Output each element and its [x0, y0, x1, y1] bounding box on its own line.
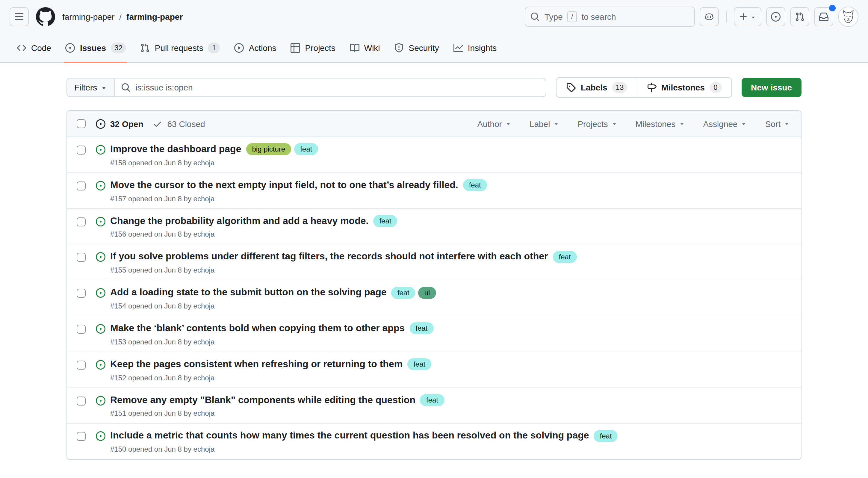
tab-wiki[interactable]: Wiki — [343, 34, 387, 62]
issue-title-link[interactable]: Add a loading state to the submit button… — [110, 286, 387, 299]
issue-label-chip[interactable]: feat — [420, 394, 444, 406]
milestones-button[interactable]: Milestones 0 — [637, 78, 731, 97]
closed-count-label: 63 Closed — [167, 119, 205, 128]
issue-meta: #153 opened on Jun 8 by echoja — [110, 338, 433, 346]
copilot-button[interactable] — [700, 7, 719, 26]
global-search-input[interactable]: Type / to search — [525, 7, 695, 27]
tab-actions[interactable]: Actions — [227, 34, 284, 62]
closed-issues-filter[interactable]: 63 Closed — [153, 119, 205, 128]
open-issue-icon — [96, 288, 105, 298]
tab-pull-requests[interactable]: Pull requests 1 — [133, 34, 227, 62]
issue-label-chip[interactable]: feat — [553, 251, 577, 263]
issue-meta: #157 opened on Jun 8 by echoja — [110, 194, 487, 203]
select-all-checkbox[interactable] — [77, 119, 86, 128]
issue-title-link[interactable]: Improve the dashboard page — [110, 143, 241, 156]
issue-title-link[interactable]: If you solve problems under different ta… — [110, 251, 548, 263]
filters-dropdown-button[interactable]: Filters — [66, 78, 115, 97]
issue-title-link[interactable]: Remove any empty "Blank" components whil… — [110, 394, 415, 407]
issue-title-link[interactable]: Move the cursor to the next empty input … — [110, 179, 458, 192]
dropdown-label: Assignee — [703, 119, 737, 128]
issue-title-link[interactable]: Change the probability algorithm and add… — [110, 215, 368, 227]
issue-checkbox[interactable] — [77, 146, 86, 155]
issue-label-chip[interactable]: feat — [392, 287, 415, 298]
tab-label: Code — [31, 43, 51, 53]
issue-checkbox[interactable] — [77, 396, 86, 405]
issue-labels: featui — [392, 287, 436, 298]
actions-icon — [235, 43, 244, 53]
dropdown-projects[interactable]: Projects — [578, 119, 617, 128]
issue-checkbox[interactable] — [77, 217, 86, 226]
tab-code[interactable]: Code — [9, 34, 58, 62]
dropdown-author[interactable]: Author — [477, 119, 512, 128]
search-placeholder-prefix: Type — [545, 12, 563, 22]
issue-row: Move the cursor to the next empty input … — [67, 173, 801, 209]
issue-checkbox[interactable] — [77, 325, 86, 333]
labels-label: Labels — [581, 83, 608, 92]
issue-labels: feat — [407, 358, 431, 370]
dropdown-label: Sort — [765, 119, 780, 128]
issue-label-chip[interactable]: big picture — [246, 144, 291, 155]
issues-search-input[interactable]: is:issue is:open — [115, 78, 547, 97]
labels-button[interactable]: Labels 13 — [557, 78, 637, 97]
tab-insights[interactable]: Insights — [446, 34, 504, 62]
issue-row: Change the probability algorithm and add… — [67, 209, 801, 245]
header-actions: Type / to search — [525, 7, 859, 27]
issue-label-chip[interactable]: feat — [373, 215, 397, 227]
user-avatar[interactable] — [838, 7, 859, 27]
open-issue-icon — [96, 324, 105, 333]
issue-checkbox[interactable] — [77, 432, 86, 441]
your-pull-requests-button[interactable] — [790, 7, 809, 26]
notifications-inbox-button[interactable] — [814, 7, 833, 26]
tab-projects[interactable]: Projects — [284, 34, 343, 62]
open-issue-icon — [96, 432, 105, 441]
issue-row: Make the ‘blank’ contents bold when copy… — [67, 316, 801, 352]
open-issue-icon — [96, 360, 105, 370]
chevron-down-icon — [678, 120, 685, 127]
inbox-icon — [819, 12, 829, 22]
issue-labels: feat — [373, 215, 397, 227]
your-issues-button[interactable] — [766, 7, 785, 26]
issue-title-link[interactable]: Include a metric that counts how many ti… — [110, 430, 589, 442]
open-issues-filter[interactable]: 32 Open — [96, 119, 144, 128]
issue-label-chip[interactable]: feat — [409, 323, 433, 334]
dropdown-assignee[interactable]: Assignee — [703, 119, 747, 128]
new-issue-button[interactable]: New issue — [741, 78, 802, 97]
unread-notification-dot — [829, 5, 836, 11]
dropdown-milestones[interactable]: Milestones — [636, 119, 685, 128]
avatar-dog-sketch — [839, 7, 858, 26]
header-divider — [726, 11, 726, 23]
issue-label-chip[interactable]: feat — [294, 144, 318, 155]
dropdown-label: Author — [477, 119, 502, 128]
issue-row: Improve the dashboard page big picturefe… — [67, 137, 801, 173]
issue-title-link[interactable]: Make the ‘blank’ contents bold when copy… — [110, 322, 405, 335]
breadcrumb-repo-link[interactable]: farming-paper — [126, 12, 183, 22]
issue-label-chip[interactable]: feat — [594, 430, 618, 442]
issue-row: Include a metric that counts how many ti… — [67, 424, 801, 460]
issue-label-chip[interactable]: ui — [418, 287, 436, 298]
issue-label-chip[interactable]: feat — [463, 179, 487, 191]
tab-label: Projects — [305, 43, 336, 53]
breadcrumb-owner-link[interactable]: farming-paper — [62, 12, 115, 22]
issue-title-link[interactable]: Keep the pages consistent when refreshin… — [110, 358, 403, 371]
issue-labels: feat — [420, 394, 444, 406]
dropdown-label[interactable]: Label — [530, 119, 560, 128]
app-header: farming-paper / farming-paper Type / to … — [0, 0, 868, 34]
issue-labels: feat — [553, 251, 577, 263]
dropdown-sort[interactable]: Sort — [765, 119, 790, 128]
create-new-button[interactable] — [734, 7, 762, 26]
issue-checkbox[interactable] — [77, 182, 86, 190]
issue-checkbox[interactable] — [77, 289, 86, 298]
hamburger-menu-button[interactable] — [9, 7, 29, 26]
issue-checkbox[interactable] — [77, 253, 86, 262]
tab-security[interactable]: Security — [387, 34, 446, 62]
github-logo-icon[interactable] — [36, 7, 55, 26]
active-tab-underline — [64, 62, 127, 63]
issue-label-chip[interactable]: feat — [407, 358, 431, 370]
issue-checkbox[interactable] — [77, 360, 86, 370]
tab-issues[interactable]: Issues 32 — [58, 34, 133, 62]
milestone-icon — [647, 83, 656, 92]
security-icon — [395, 43, 404, 53]
issues-toolbar: Filters is:issue is:open Labels 13 Miles… — [66, 77, 802, 98]
git-pull-request-icon — [795, 12, 805, 22]
issue-row: Add a loading state to the submit button… — [67, 280, 801, 316]
